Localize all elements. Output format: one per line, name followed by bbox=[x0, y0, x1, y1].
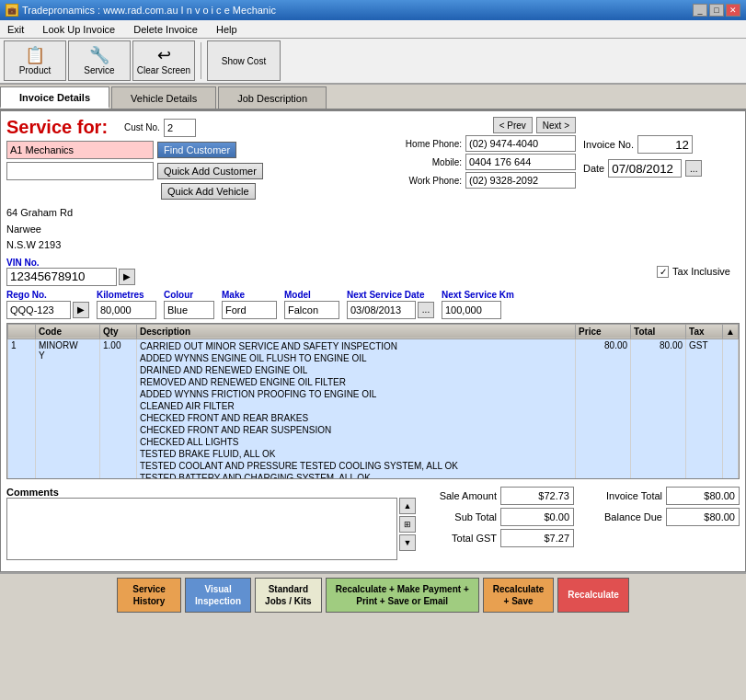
balance-due-label: Balance Due bbox=[589, 511, 662, 522]
product-button[interactable]: 📋 Product bbox=[4, 40, 66, 81]
service-label: Service bbox=[84, 65, 114, 75]
recalculate-save-button[interactable]: Recalculate+ Save bbox=[483, 578, 555, 613]
vin-arrow-button[interactable]: ▶ bbox=[119, 269, 135, 285]
row-description: CARRIED OUT MINOR SERVICE AND SAFETY INS… bbox=[137, 339, 576, 479]
total-gst-row: Total GST bbox=[423, 529, 574, 547]
vin-field[interactable] bbox=[6, 268, 117, 286]
rego-arrow-button[interactable]: ▶ bbox=[73, 302, 89, 318]
colour-label: Colour bbox=[164, 290, 214, 300]
show-cost-label: Show Cost bbox=[222, 56, 266, 66]
scroll-down-btn[interactable]: ▼ bbox=[399, 534, 416, 551]
address-line3: N.S.W 2193 bbox=[6, 237, 384, 254]
balance-due-value[interactable] bbox=[666, 508, 740, 526]
service-button[interactable]: 🔧 Service bbox=[68, 40, 131, 81]
window-controls: _ □ ✕ bbox=[693, 4, 740, 17]
sub-total-label: Sub Total bbox=[423, 511, 497, 522]
menu-bar: Exit Look Up Invoice Delete Invoice Help bbox=[0, 20, 746, 39]
invoice-total-row: Invoice Total bbox=[589, 487, 740, 505]
minimize-button[interactable]: _ bbox=[693, 4, 707, 17]
rego-field[interactable] bbox=[6, 301, 71, 319]
km-field[interactable] bbox=[97, 301, 156, 319]
clear-screen-button[interactable]: ↩ Clear Screen bbox=[132, 40, 195, 81]
cust-no-field[interactable] bbox=[164, 119, 196, 137]
invoice-no-field[interactable] bbox=[637, 135, 693, 154]
maximize-button[interactable]: □ bbox=[709, 4, 724, 17]
sale-amount-value[interactable] bbox=[500, 487, 574, 505]
next-service-km-label: Next Service Km bbox=[442, 290, 514, 300]
service-icon: 🔧 bbox=[89, 47, 109, 63]
invoice-total-value[interactable] bbox=[666, 487, 740, 505]
next-service-km-field[interactable] bbox=[442, 301, 501, 319]
scroll-action-btn[interactable]: ⊞ bbox=[399, 516, 416, 533]
menu-delete[interactable]: Delete Invoice bbox=[130, 22, 201, 37]
model-field[interactable] bbox=[284, 301, 339, 319]
next-service-date-field[interactable] bbox=[347, 301, 416, 319]
row-tax: GST bbox=[686, 339, 723, 479]
sub-total-value[interactable] bbox=[500, 508, 574, 526]
service-history-button[interactable]: ServiceHistory bbox=[117, 578, 181, 613]
phone-section: < Prev Next > Home Phone: Mobile: Work P… bbox=[392, 117, 576, 190]
col-header-desc: Description bbox=[137, 324, 576, 339]
date-picker-button[interactable]: ... bbox=[685, 160, 702, 177]
comments-section: Comments ▲ ⊞ ▼ bbox=[6, 487, 416, 562]
work-phone-field[interactable] bbox=[465, 172, 576, 189]
tab-strip: Invoice Details Vehicle Details Job Desc… bbox=[0, 85, 746, 110]
col-header-price: Price bbox=[576, 324, 631, 339]
tab-job-description[interactable]: Job Description bbox=[218, 86, 327, 109]
sub-total-row: Sub Total bbox=[423, 508, 574, 526]
standard-jobs-button[interactable]: StandardJobs / Kits bbox=[255, 578, 322, 613]
col-header-total: Total bbox=[631, 324, 686, 339]
col-header-qty: Qty bbox=[100, 324, 137, 339]
totals-right: Invoice Total Balance Due bbox=[589, 487, 740, 562]
sale-amount-row: Sale Amount bbox=[423, 487, 574, 505]
colour-field[interactable] bbox=[164, 301, 214, 319]
comments-textarea[interactable] bbox=[6, 498, 397, 560]
quick-add-customer-button[interactable]: Quick Add Customer bbox=[157, 163, 263, 179]
total-gst-value[interactable] bbox=[500, 529, 574, 547]
recalculate-payment-button[interactable]: Recalculate + Make Payment +Print + Save… bbox=[326, 578, 479, 613]
show-cost-button[interactable]: Show Cost bbox=[207, 40, 281, 81]
invoice-total-label: Invoice Total bbox=[589, 490, 662, 501]
quick-add-vehicle-button[interactable]: Quick Add Vehicle bbox=[161, 183, 256, 200]
scroll-up-btn[interactable]: ▲ bbox=[399, 498, 416, 514]
recalculate-button[interactable]: Recalculate bbox=[557, 578, 629, 613]
row-code: MINORWY bbox=[36, 339, 100, 479]
find-customer-button[interactable]: Find Customer bbox=[157, 142, 236, 158]
totals-area: Sale Amount Sub Total Total GST Invoice … bbox=[423, 487, 740, 562]
close-button[interactable]: ✕ bbox=[726, 4, 740, 17]
tab-invoice-details[interactable]: Invoice Details bbox=[0, 86, 109, 109]
comments-label: Comments bbox=[6, 487, 416, 498]
customer-field2[interactable] bbox=[6, 162, 154, 180]
vin-label: VIN No. bbox=[6, 258, 135, 268]
mobile-row: Mobile: bbox=[392, 154, 576, 170]
product-icon: 📋 bbox=[25, 47, 45, 63]
work-phone-label: Work Phone: bbox=[392, 176, 462, 186]
next-button[interactable]: Next > bbox=[536, 117, 576, 133]
next-service-date-picker[interactable]: ... bbox=[418, 302, 434, 318]
clear-label: Clear Screen bbox=[137, 65, 190, 75]
mobile-field[interactable] bbox=[465, 154, 576, 170]
menu-lookup[interactable]: Look Up Invoice bbox=[39, 22, 119, 37]
home-phone-label: Home Phone: bbox=[392, 139, 462, 149]
col-header-code bbox=[8, 324, 36, 339]
model-label: Model bbox=[284, 290, 339, 300]
main-content: Service for: Cust No. Find Customer Quic… bbox=[0, 110, 746, 572]
home-phone-field[interactable] bbox=[465, 135, 576, 152]
menu-exit[interactable]: Exit bbox=[4, 22, 28, 37]
bottom-section: Comments ▲ ⊞ ▼ Sale Amount Sub Total bbox=[6, 483, 740, 566]
prev-button[interactable]: < Prev bbox=[493, 117, 533, 133]
customer-name-field[interactable] bbox=[6, 141, 154, 159]
tab-vehicle-details[interactable]: Vehicle Details bbox=[111, 86, 216, 109]
visual-inspection-button[interactable]: VisualInspection bbox=[185, 578, 251, 613]
service-for-label: Service for: bbox=[6, 117, 117, 138]
vehicle-details-row: Rego No. ▶ Kilometres Colour Make Model … bbox=[6, 290, 740, 319]
line-items-table[interactable]: Code Qty Description Price Total Tax ▲ 1… bbox=[6, 323, 740, 479]
make-field[interactable] bbox=[222, 301, 277, 319]
menu-help[interactable]: Help bbox=[212, 22, 241, 37]
title-bar: 💼 Tradepronamics : www.rad.com.au I n v … bbox=[0, 0, 746, 20]
tax-inclusive-row: ✓ Tax Inclusive bbox=[657, 266, 730, 278]
table-row[interactable]: 1 MINORWY 1.00 CARRIED OUT MINOR SERVICE… bbox=[8, 339, 739, 479]
date-field[interactable] bbox=[608, 159, 682, 178]
tax-inclusive-checkbox[interactable]: ✓ bbox=[657, 266, 669, 278]
row-scroll bbox=[723, 339, 739, 479]
